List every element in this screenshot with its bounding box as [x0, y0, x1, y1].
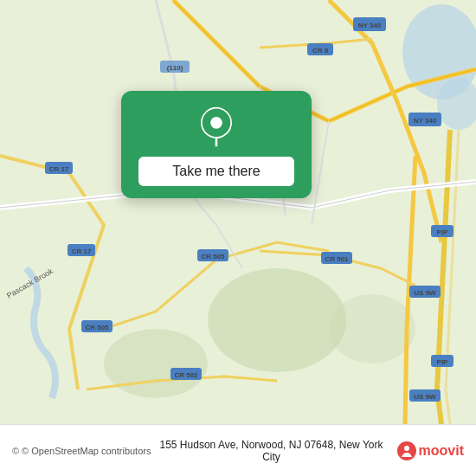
card-overlay: Take me there	[121, 91, 312, 198]
bottom-bar: © © OpenStreetMap contributors 155 Hudso…	[0, 424, 476, 476]
svg-text:US 9W: US 9W	[414, 289, 436, 297]
svg-point-36	[210, 117, 222, 129]
svg-text:CR 502: CR 502	[174, 371, 198, 379]
svg-text:CR 505: CR 505	[85, 324, 109, 331]
moovit-logo: moovit	[397, 441, 464, 460]
osm-credit: © © OpenStreetMap contributors	[12, 446, 151, 456]
copyright-symbol: ©	[12, 446, 19, 456]
svg-text:CR 17: CR 17	[72, 248, 92, 255]
map-svg: NY 340 CR 8 NY 340 (110) CR 17 CR 17 CR …	[0, 0, 476, 424]
svg-point-5	[329, 294, 415, 363]
svg-text:(110): (110)	[167, 64, 183, 72]
map-container: NY 340 CR 8 NY 340 (110) CR 17 CR 17 CR …	[0, 0, 476, 424]
svg-point-3	[208, 268, 346, 372]
svg-text:US 9W: US 9W	[414, 393, 436, 401]
osm-text: © OpenStreetMap contributors	[22, 446, 151, 456]
svg-text:CR 17: CR 17	[49, 165, 69, 173]
svg-point-38	[404, 446, 409, 451]
svg-text:PIP: PIP	[437, 358, 449, 366]
svg-text:NY 340: NY 340	[358, 22, 382, 29]
svg-point-4	[104, 329, 208, 398]
svg-text:CR 505: CR 505	[201, 253, 225, 261]
svg-text:CR 501: CR 501	[325, 255, 349, 263]
take-me-there-button[interactable]: Take me there	[138, 157, 294, 186]
address-moovit-container: 155 Hudson Ave, Norwood, NJ 07648, New Y…	[151, 439, 464, 463]
moovit-icon	[397, 441, 416, 460]
address-text: 155 Hudson Ave, Norwood, NJ 07648, New Y…	[151, 439, 391, 463]
pin-icon	[196, 106, 237, 148]
svg-text:CR 8: CR 8	[312, 47, 329, 55]
svg-text:NY 340: NY 340	[414, 117, 437, 125]
svg-text:PIP: PIP	[437, 228, 449, 236]
moovit-label: moovit	[419, 443, 464, 459]
